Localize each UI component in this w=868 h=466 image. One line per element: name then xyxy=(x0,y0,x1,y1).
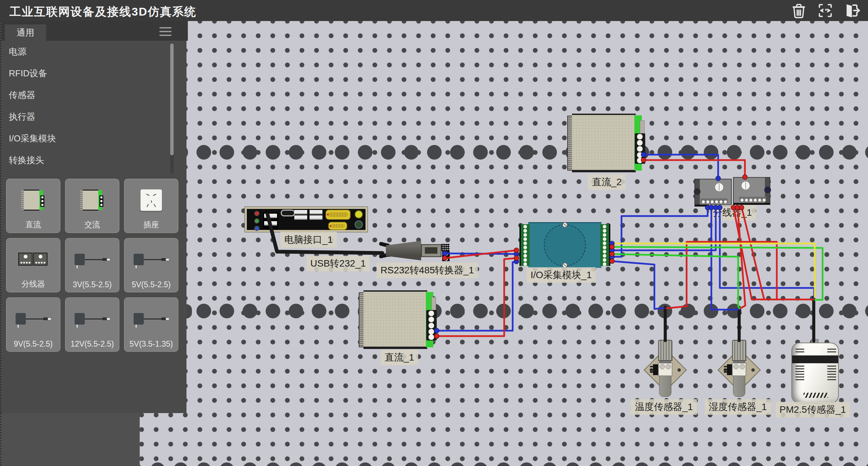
probe-lower xyxy=(733,374,745,397)
tile-12v-adapter[interactable]: 12V(5.5-2.5) xyxy=(65,297,119,352)
device-splitter-1[interactable] xyxy=(694,176,771,208)
io-screw-top xyxy=(562,222,568,228)
sidebar-item-rfid[interactable]: RFID设备 xyxy=(1,62,188,84)
power-adapter-icon xyxy=(75,313,110,325)
usb-port xyxy=(294,215,307,220)
label-rs232-485: RS232转485转换器_1 xyxy=(376,263,478,278)
bottom-vent xyxy=(804,393,828,398)
dc-terminal-block xyxy=(635,133,645,164)
top-bar: 工业互联网设备及接线3D仿真系统 xyxy=(0,0,868,21)
menu-scrollbar[interactable] xyxy=(170,43,174,174)
dc-body xyxy=(572,114,636,172)
converter-body xyxy=(421,244,441,257)
probe-band xyxy=(658,363,672,376)
splitter-block-left xyxy=(694,179,732,207)
exit-icon[interactable] xyxy=(843,2,861,19)
label-usb232-1: USB转232_1 xyxy=(306,256,370,271)
dc-module-icon xyxy=(21,190,45,211)
round-port-yellow xyxy=(355,210,363,218)
tile-9v-adapter[interactable]: 9V(5.5-2.5) xyxy=(6,297,60,352)
dc-body xyxy=(363,290,427,349)
round-port-green xyxy=(355,220,363,229)
vent xyxy=(795,349,804,354)
vent xyxy=(827,349,836,354)
vent xyxy=(827,366,836,382)
device-io-module-1[interactable] xyxy=(519,222,610,268)
probe-lower xyxy=(659,374,671,397)
device-rs232-485-converter-1[interactable] xyxy=(379,239,449,262)
sensor-cable xyxy=(738,307,741,342)
label-io-module: I/O采集模块_1 xyxy=(527,267,596,283)
tile-dc[interactable]: 直流 xyxy=(6,179,60,233)
audio-jack-green xyxy=(254,218,259,224)
trash-icon[interactable] xyxy=(790,2,808,19)
serial-connector xyxy=(328,222,347,230)
tab-general[interactable]: 通用 xyxy=(5,24,46,41)
splitter-block-right xyxy=(733,177,770,205)
tile-5v-adapter[interactable]: 5V(5.5-2.5) xyxy=(124,238,178,292)
device-pc-interface-1[interactable] xyxy=(245,207,368,232)
audio-jack-blue xyxy=(254,226,259,231)
pm25-band xyxy=(792,355,839,363)
usb-port xyxy=(310,215,322,220)
power-adapter-icon xyxy=(134,254,169,265)
menu-icon[interactable] xyxy=(159,27,172,36)
sidebar-item-io-module[interactable]: I/O采集模块 xyxy=(1,128,188,149)
label-dc1: 直流_1 xyxy=(380,350,418,365)
simulation-app: 直流_2 分线器_1 电脑接口_1 USB转232_1 RS232转485转换器… xyxy=(0,0,868,466)
usb-tower xyxy=(263,212,278,229)
app-title: 工业互联网设备及接线3D仿真系统 xyxy=(9,4,196,20)
tile-socket[interactable]: 插座 xyxy=(124,179,178,233)
category-menu: 电源 RFID设备 传感器 执行器 I/O采集模块 转换接头 xyxy=(1,41,188,171)
mount-hole xyxy=(650,368,653,372)
power-adapter-icon xyxy=(134,313,169,325)
mount-hole xyxy=(677,368,681,372)
sidebar-lower-panel xyxy=(0,413,140,466)
tile-ac[interactable]: 交流 xyxy=(65,179,119,233)
sidebar-item-sensor[interactable]: 传感器 xyxy=(1,84,188,106)
label-pc-port1: 电脑接口_1 xyxy=(280,232,337,248)
pin-grid xyxy=(441,244,450,251)
device-dc-power-2[interactable] xyxy=(567,114,645,173)
usb-port xyxy=(310,210,322,214)
dc-terminal-block xyxy=(426,310,437,341)
tile-splitter[interactable]: 分线器 xyxy=(6,238,60,292)
mount-hole xyxy=(724,368,727,372)
power-adapter-icon xyxy=(75,254,110,265)
vent xyxy=(795,366,804,382)
device-pm25-sensor-1[interactable] xyxy=(791,339,839,404)
device-dc-power-1[interactable] xyxy=(359,290,437,350)
label-temp1: 温度传感器_1 xyxy=(631,399,697,415)
device-temperature-sensor-1[interactable] xyxy=(644,307,686,400)
probe-band xyxy=(732,363,746,376)
label-dc2: 直流_2 xyxy=(588,174,626,190)
sidebar-item-adapter[interactable]: 转换接头 xyxy=(1,149,188,171)
io-terminal-strip-left xyxy=(519,224,530,266)
power-adapter-icon xyxy=(16,313,51,325)
io-terminal-strip-right xyxy=(600,224,610,266)
audio-jack-red xyxy=(254,211,259,216)
io-disc xyxy=(544,224,586,266)
socket-icon xyxy=(140,189,162,211)
usb-port xyxy=(294,210,307,214)
tile-5v-slim-adapter[interactable]: 5V(3.5-1.35) xyxy=(124,297,178,352)
label-splitter1: 分线器_1 xyxy=(709,205,756,220)
probe-grip xyxy=(732,340,746,361)
ps2-slot xyxy=(281,210,295,216)
probe-grip xyxy=(658,340,672,361)
tile-3v-adapter[interactable]: 3V(5.5-2.5) xyxy=(65,238,119,292)
sensor-cable xyxy=(664,307,667,342)
vga-connector xyxy=(326,210,351,220)
scrollbar-thumb[interactable] xyxy=(170,43,174,155)
pm25-body xyxy=(791,343,839,404)
label-pm25-1: PM2.5传感器_1 xyxy=(775,402,850,418)
sidebar-item-power[interactable]: 电源 xyxy=(1,41,188,62)
ac-module-icon xyxy=(80,190,104,211)
sidebar-panel: 通用 电源 RFID设备 传感器 执行器 I/O采集模块 转换接头 直流 交流 … xyxy=(0,21,186,413)
sidebar-item-actuator[interactable]: 执行器 xyxy=(1,106,188,128)
db9-shell xyxy=(386,240,421,261)
device-humidity-sensor-1[interactable] xyxy=(718,307,760,400)
label-humidity1: 湿度传感器_1 xyxy=(705,399,771,415)
fit-view-icon[interactable] xyxy=(816,2,834,19)
mount-hole xyxy=(751,368,755,372)
